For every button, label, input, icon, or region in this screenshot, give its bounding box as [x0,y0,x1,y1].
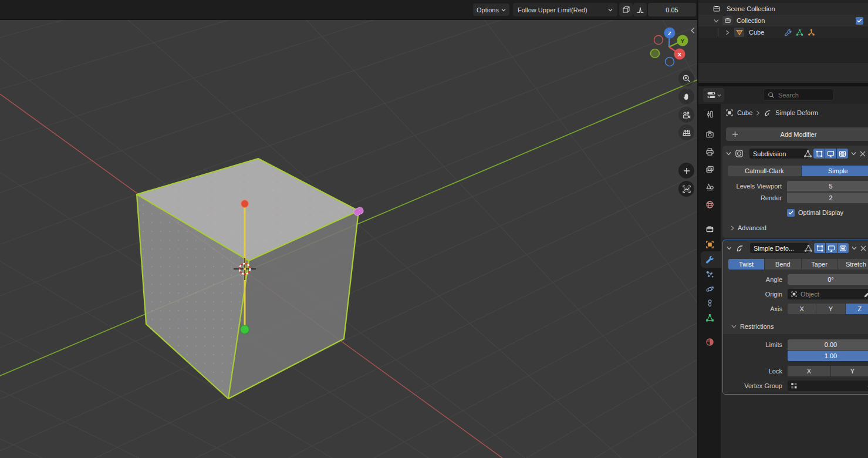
modifier-wrench-icon [784,29,792,36]
breadcrumb-object[interactable]: Cube [737,109,752,116]
search-placeholder: Search [778,92,799,99]
tab-material[interactable] [700,335,719,349]
outliner-row-cube[interactable]: Cube [698,26,868,38]
scene-collection-label: Scene Collection [727,5,775,12]
close-icon[interactable] [860,245,866,251]
axis-x-button[interactable]: X [788,304,816,314]
editmode-cage-icon [816,150,823,157]
toggle-show-editmode[interactable] [814,243,825,253]
simple-deform-name-field[interactable]: Simple Defo... [750,243,809,253]
render-region-button[interactable] [678,181,694,197]
restrictions-section-header[interactable]: Restrictions [731,321,774,332]
lock-y-button[interactable]: Y [831,366,868,376]
render-levels-field[interactable]: 2 [787,193,868,203]
tab-modifiers[interactable] [700,252,719,267]
vertex-group-field[interactable] [788,380,868,391]
limit-max-field[interactable]: 1.00 [788,351,868,361]
toggle-show-render[interactable] [837,243,849,253]
vertex-triangle-icon [804,150,812,157]
toggle-edit-mode-display[interactable] [803,243,813,253]
cube-icon [622,6,630,14]
toggle-show-editmode[interactable] [813,149,825,159]
origin-object-field[interactable]: Object [788,289,868,299]
tab-physics[interactable] [700,282,719,296]
deform-lower-limit-handle[interactable] [241,325,249,334]
outliner-row-scene-collection[interactable]: Scene Collection [698,3,868,15]
chevron-down-icon [714,19,719,23]
bend-button[interactable]: Bend [765,259,801,270]
outliner-row-collection[interactable]: Collection [698,15,868,26]
taper-button[interactable]: Taper [802,259,837,270]
vertex-group-row: Vertex Group [723,380,868,391]
chevron-down-icon[interactable] [727,246,732,250]
tab-world[interactable] [700,197,719,211]
collection-label: Collection [737,17,856,24]
lock-x-button[interactable]: X [788,366,830,376]
toggle-ortho-button[interactable] [678,124,694,140]
blender-window: Z Y X Options Follow Upper Limit(Red) 0.… [0,0,868,458]
breadcrumb-modifier[interactable]: Simple Deform [775,109,818,116]
tab-constraints[interactable] [700,296,719,310]
close-icon[interactable] [860,151,866,157]
add-button[interactable] [678,163,694,179]
particles-icon [705,270,714,279]
viewport-3d[interactable]: Z Y X [0,0,697,458]
catmull-clark-button[interactable]: Catmull-Clark [728,166,801,176]
tab-tool[interactable] [700,107,719,121]
advanced-section-header[interactable]: Advanced [731,223,766,233]
axis-y-button[interactable]: Y [816,304,845,314]
tab-scene[interactable] [700,180,719,194]
angle-field[interactable]: 0° [788,274,868,285]
toggle-show-viewport[interactable] [826,243,837,253]
toggle-show-viewport[interactable] [825,149,836,159]
zoom-button[interactable] [678,70,694,86]
deform-upper-limit-handle[interactable] [241,200,249,208]
tab-output[interactable] [700,144,719,159]
simple-button[interactable]: Simple [802,166,868,176]
tab-particles[interactable] [700,267,719,281]
subdivision-name-field[interactable]: Subdivision [749,149,808,159]
falloff-type-button[interactable] [633,3,647,16]
tab-object-data[interactable] [700,311,719,325]
render-camera-icon [839,150,846,157]
gizmo-minus-y-ball[interactable] [651,49,660,58]
twist-button[interactable]: Twist [728,259,764,270]
gizmo-minus-x-ball[interactable] [654,36,663,45]
properties-search-field[interactable]: Search [763,89,833,101]
pan-button[interactable] [678,89,694,105]
toggle-show-render[interactable] [837,149,848,159]
proportional-edit-button[interactable] [619,3,633,16]
editor-type-button[interactable] [703,88,724,102]
render-camera-icon [839,245,847,252]
deform-mode-dropdown[interactable]: Follow Upper Limit(Red) [513,3,617,16]
gizmo-minus-z-ball[interactable] [666,58,674,66]
tab-object[interactable] [700,237,719,251]
toggle-edit-mode-display[interactable] [803,149,812,159]
stretch-button[interactable]: Stretch [838,259,868,270]
size-value-field[interactable]: 0.05 [648,3,696,16]
tab-view-layer[interactable] [700,162,719,176]
tab-collection[interactable] [700,222,719,236]
grid-icon [682,128,691,137]
restrictions-subpanel: Limits 0.00 1.00 Lock X Y Vertex Group [723,334,868,394]
axis-z-button[interactable]: Z [846,304,868,314]
panel-extras-chevron-icon[interactable] [852,246,857,250]
chevron-down-icon[interactable] [726,151,731,156]
panel-extras-chevron-icon[interactable] [851,151,856,156]
outliner-scroll-strip[interactable] [698,62,868,83]
eyedropper-icon[interactable] [864,291,868,298]
options-dropdown[interactable]: Options [473,4,509,16]
printer-icon [705,147,714,156]
limit-min-field[interactable]: 0.00 [788,339,868,350]
collection-checkbox[interactable] [856,17,863,25]
tab-render[interactable] [700,127,719,141]
sidebar-collapse-arrow[interactable] [690,27,695,34]
optimal-display-checkbox[interactable] [787,209,795,217]
collection-icon [712,5,721,13]
camera-view-button[interactable] [678,107,694,123]
axis-row: Axis X Y Z [723,304,868,314]
monitor-icon [827,150,835,157]
add-modifier-button[interactable]: Add Modifier [726,127,868,141]
collection-props-icon [705,225,714,234]
levels-viewport-field[interactable]: 5 [787,181,868,191]
